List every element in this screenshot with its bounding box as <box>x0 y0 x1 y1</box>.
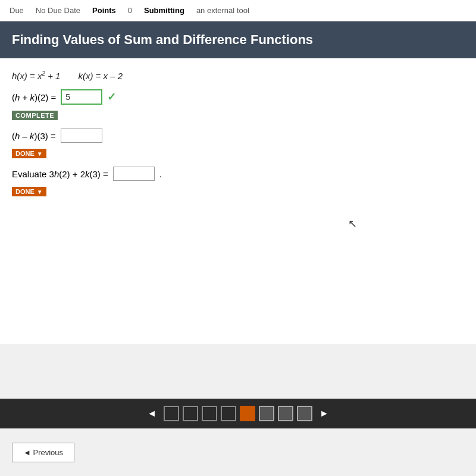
due-value: No Due Date <box>36 6 80 15</box>
problem1-line: (h + k)(2) = ✓ <box>12 89 464 105</box>
nav-box-6[interactable] <box>259 406 274 421</box>
problem1-input[interactable] <box>61 89 102 105</box>
bottom-nav-bar: ◄ ► <box>0 399 476 428</box>
nav-box-2[interactable] <box>183 406 198 421</box>
nav-box-5[interactable] <box>240 406 255 421</box>
nav-box-1[interactable] <box>164 406 179 421</box>
nav-right-arrow[interactable]: ► <box>316 407 333 420</box>
submitting-label: Submitting <box>144 6 184 15</box>
done2-chevron-icon: ▼ <box>37 189 43 195</box>
problem1-checkmark: ✓ <box>107 90 116 104</box>
problem2-label: (h – k)(3) = <box>12 131 56 141</box>
problem3-input[interactable] <box>113 167 155 181</box>
done-badge-2[interactable]: DONE ▼ <box>12 186 464 205</box>
problem2-input[interactable] <box>61 129 102 143</box>
points-label: Points <box>92 6 116 15</box>
nav-box-4[interactable] <box>221 406 236 421</box>
function-definitions: h(x) = x2 + 1 k(x) = x – 2 <box>12 70 464 81</box>
problem3-line: Evaluate 3h(2) + 2k(3) = . <box>12 167 464 181</box>
previous-button[interactable]: ◄ Previous <box>12 443 74 462</box>
nav-box-3[interactable] <box>202 406 217 421</box>
title-bar: Finding Values of Sum and Difference Fun… <box>0 21 476 58</box>
function-k: k(x) = x – 2 <box>78 71 123 81</box>
question-area: h(x) = x2 + 1 k(x) = x – 2 (h + k)(2) = … <box>0 58 476 344</box>
complete-badge: COMPLETE <box>12 109 464 129</box>
due-label: Due <box>10 6 24 15</box>
main-content: Finding Values of Sum and Difference Fun… <box>0 21 476 344</box>
nav-box-7[interactable] <box>278 406 293 421</box>
top-bar: Due No Due Date Points 0 Submitting an e… <box>0 0 476 21</box>
problem3-period: . <box>159 169 162 179</box>
problem2-line: (h – k)(3) = <box>12 129 464 143</box>
done-badge-1[interactable]: DONE ▼ <box>12 148 464 167</box>
function-h: h(x) = x2 + 1 <box>12 70 60 81</box>
previous-bar: ◄ Previous <box>0 428 476 476</box>
problem1-label: (h + k)(2) = <box>12 92 56 102</box>
done1-chevron-icon: ▼ <box>37 151 43 157</box>
nav-box-8[interactable] <box>297 406 312 421</box>
points-value: 0 <box>128 6 132 15</box>
page-title: Finding Values of Sum and Difference Fun… <box>12 32 464 48</box>
problem3-label: Evaluate 3h(2) + 2k(3) = <box>12 169 108 179</box>
nav-left-arrow[interactable]: ◄ <box>143 407 160 420</box>
submitting-value: an external tool <box>196 6 249 15</box>
